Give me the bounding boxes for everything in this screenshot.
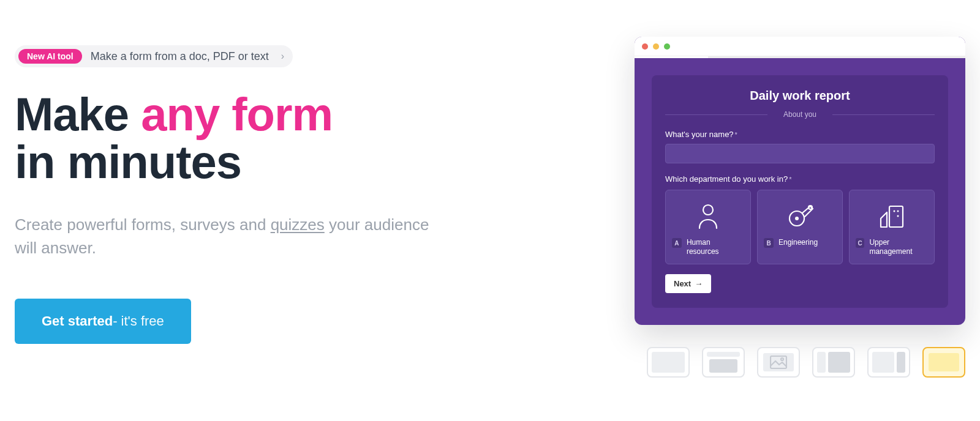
window-titlebar	[635, 37, 965, 56]
page-headline: Make any form in minutes	[15, 91, 480, 185]
option-engineering[interactable]: B Engineering	[757, 190, 843, 264]
image-icon	[763, 353, 794, 371]
tool-icon	[786, 199, 814, 233]
svg-rect-4	[889, 206, 903, 227]
progress-bar	[635, 56, 965, 58]
arrow-right-icon: →	[695, 279, 703, 288]
window-close-icon	[642, 43, 648, 50]
option-key: A	[672, 238, 682, 248]
form-title: Daily work report	[665, 89, 935, 103]
required-asterisk: *	[789, 176, 791, 183]
required-asterisk: *	[735, 131, 737, 138]
form-card: Daily work report About you What's your …	[652, 75, 948, 308]
headline-part1: Make	[15, 88, 141, 140]
question-2-label: Which department do you work in?*	[665, 174, 935, 184]
option-human-resources[interactable]: A Human resources	[665, 190, 751, 264]
option-label: Engineering	[778, 238, 818, 247]
template-thumb-2[interactable]	[702, 347, 745, 378]
form-section-label: About you	[665, 110, 935, 119]
option-key: C	[856, 238, 864, 248]
svg-point-9	[781, 358, 783, 360]
template-thumb-3[interactable]	[757, 347, 800, 378]
option-upper-management[interactable]: C Upper management	[849, 190, 935, 264]
template-thumb-4[interactable]	[812, 347, 855, 378]
cta-rest: - it's free	[113, 313, 164, 329]
svg-rect-8	[771, 356, 786, 368]
get-started-button[interactable]: Get started - it's free	[15, 299, 191, 344]
window-maximize-icon	[664, 43, 670, 50]
svg-point-5	[894, 210, 895, 212]
question-1-label: What's your name?*	[665, 130, 935, 139]
option-key: B	[764, 238, 774, 248]
svg-point-2	[795, 217, 799, 220]
svg-point-7	[897, 215, 899, 217]
headline-accent: any form	[141, 88, 333, 140]
option-label: Human resources	[687, 238, 744, 256]
question-1-text: What's your name?	[665, 130, 734, 139]
svg-point-3	[809, 206, 812, 209]
headline-part2: in minutes	[15, 136, 241, 188]
name-input[interactable]	[665, 144, 935, 163]
chevron-right-icon: ›	[281, 51, 284, 62]
sub-underlined: quizzes	[271, 215, 325, 234]
next-label: Next	[674, 279, 691, 288]
svg-point-0	[703, 205, 713, 215]
option-label: Upper management	[869, 238, 928, 256]
ai-tool-banner[interactable]: New AI tool Make a form from a doc, PDF …	[15, 45, 293, 67]
template-thumbnails	[647, 347, 965, 378]
template-thumb-1[interactable]	[647, 347, 690, 378]
window-minimize-icon	[653, 43, 659, 50]
form-preview-window: Daily work report About you What's your …	[635, 37, 965, 325]
sub-part1: Create powerful forms, surveys and	[15, 215, 271, 234]
cta-bold: Get started	[42, 313, 113, 329]
banner-text: Make a form from a doc, PDF or text	[91, 50, 269, 63]
sub-headline: Create powerful forms, surveys and quizz…	[15, 214, 431, 259]
template-thumb-6[interactable]	[922, 347, 965, 378]
building-icon	[878, 199, 905, 233]
question-2-text: Which department do you work in?	[665, 174, 788, 184]
new-ai-badge: New AI tool	[18, 49, 82, 64]
person-icon	[696, 199, 720, 233]
next-button[interactable]: Next →	[665, 274, 711, 293]
svg-point-6	[897, 210, 899, 212]
template-thumb-5[interactable]	[867, 347, 910, 378]
